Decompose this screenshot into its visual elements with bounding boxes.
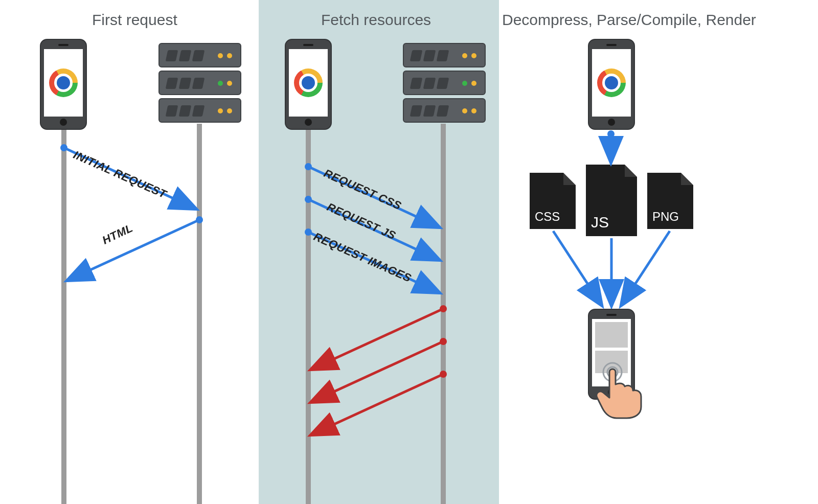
svg-line-18 — [553, 231, 601, 305]
hand-touch-icon — [594, 358, 653, 419]
svg-line-20 — [622, 231, 670, 305]
arrows-render — [0, 0, 818, 504]
diagram-canvas: First request Fetch resources Decompress… — [0, 0, 818, 504]
